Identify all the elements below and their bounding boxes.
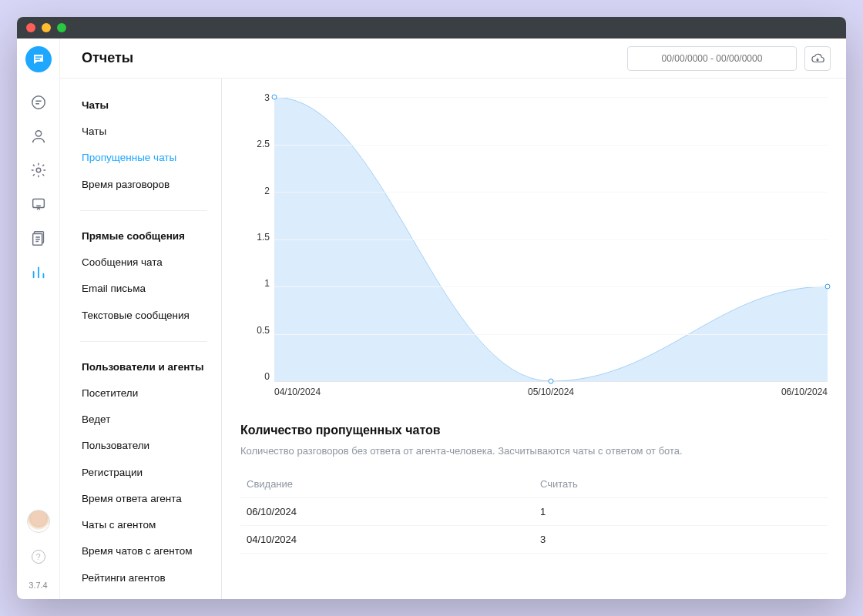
sidebar-item[interactable]: Текстовые сообщения <box>60 303 221 329</box>
nav-articles-icon[interactable] <box>30 229 47 246</box>
sidebar-item[interactable]: Чаты <box>60 119 221 145</box>
sidebar-group-head[interactable]: Чаты <box>60 92 221 119</box>
sidebar-item[interactable]: Чаты с агентом <box>60 512 221 538</box>
chart-point <box>825 284 831 290</box>
window-titlebar <box>17 17 846 38</box>
chart-x-tick: 06/10/2024 <box>781 387 828 400</box>
sidebar-item[interactable]: Рейтинги агентов <box>60 565 221 591</box>
chart-x-axis: 04/10/202405/10/202406/10/2024 <box>274 387 828 400</box>
nav-rail: ? 3.7.4 <box>17 38 60 599</box>
sidebar-group-head[interactable]: Пользователи и агенты <box>60 354 221 380</box>
section-description: Количество разговоров без ответа от аген… <box>240 445 828 457</box>
app-body: ? 3.7.4 Отчеты ЧатыЧатыПропущенные чатыВ… <box>17 38 846 599</box>
report-sidebar: ЧатыЧатыПропущенные чатыВремя разговоров… <box>60 79 222 599</box>
report-main: 32.521.510.50 04/10/202405/10/202406/10/… <box>222 79 846 599</box>
sidebar-item[interactable]: Email письма <box>60 276 221 302</box>
chart-x-tick: 04/10/2024 <box>274 387 321 400</box>
chart-x-tick: 05/10/2024 <box>528 387 574 400</box>
chart-container: 32.521.510.50 04/10/202405/10/202406/10/… <box>240 92 828 400</box>
sidebar-item[interactable]: Пользователи <box>60 433 221 459</box>
cell-date: 04/10/2024 <box>240 526 534 554</box>
user-avatar[interactable] <box>27 510 50 533</box>
sidebar-item[interactable]: Страны <box>60 591 221 599</box>
table-header-date: Свидание <box>240 470 534 498</box>
nav-conversations-icon[interactable] <box>30 94 47 111</box>
section-title: Количество пропущенных чатов <box>240 424 828 437</box>
svg-point-0 <box>32 96 45 109</box>
nav-reports-icon[interactable] <box>30 263 47 280</box>
window-minimize-button[interactable] <box>42 23 51 32</box>
chart-point <box>549 379 554 384</box>
chat-bubble-icon <box>32 52 45 66</box>
table-row: 06/10/20241 <box>240 498 828 526</box>
sidebar-item[interactable]: Пропущенные чаты <box>60 145 221 171</box>
sidebar-group-head[interactable]: Прямые сообщения <box>60 223 221 249</box>
svg-point-1 <box>35 131 41 136</box>
chart-point <box>272 95 277 100</box>
content-area: Отчеты ЧатыЧатыПропущенные чатыВремя раз… <box>60 38 846 599</box>
nav-users-icon[interactable] <box>30 128 47 145</box>
page-header: Отчеты <box>60 38 846 79</box>
window-maximize-button[interactable] <box>57 23 66 32</box>
download-button[interactable] <box>804 46 831 71</box>
sidebar-item[interactable]: Время чатов с агентом <box>60 538 221 564</box>
cloud-download-icon <box>811 52 824 65</box>
sidebar-item[interactable]: Время разговоров <box>60 172 221 198</box>
window-close-button[interactable] <box>26 23 35 32</box>
version-label: 3.7.4 <box>29 581 47 590</box>
table-row: 04/10/20243 <box>240 526 828 554</box>
chart-y-axis: 32.521.510.50 <box>240 92 274 382</box>
cell-count: 1 <box>534 498 828 526</box>
page-body: ЧатыЧатыПропущенные чатыВремя разговоров… <box>60 79 846 599</box>
cell-date: 06/10/2024 <box>240 498 534 526</box>
svg-point-2 <box>36 168 41 172</box>
page-title: Отчеты <box>82 50 133 66</box>
sidebar-item[interactable]: Регистрации <box>60 460 221 486</box>
chart-plot-area <box>274 97 828 382</box>
sidebar-item[interactable]: Посетители <box>60 380 221 407</box>
app-window: ? 3.7.4 Отчеты ЧатыЧатыПропущенные чатыВ… <box>17 17 846 599</box>
app-logo[interactable] <box>25 46 52 72</box>
nav-bot-icon[interactable] <box>30 196 47 213</box>
nav-settings-icon[interactable] <box>30 162 47 179</box>
sidebar-item[interactable]: Время ответа агента <box>60 486 221 512</box>
sidebar-item[interactable]: Ведет <box>60 407 221 433</box>
help-icon[interactable]: ? <box>32 550 45 564</box>
table-header-count: Считать <box>534 470 828 498</box>
sidebar-item[interactable]: Сообщения чата <box>60 249 221 276</box>
date-range-input[interactable] <box>627 46 797 71</box>
data-table: Свидание Считать 06/10/2024104/10/20243 <box>240 470 828 554</box>
cell-count: 3 <box>534 526 828 554</box>
